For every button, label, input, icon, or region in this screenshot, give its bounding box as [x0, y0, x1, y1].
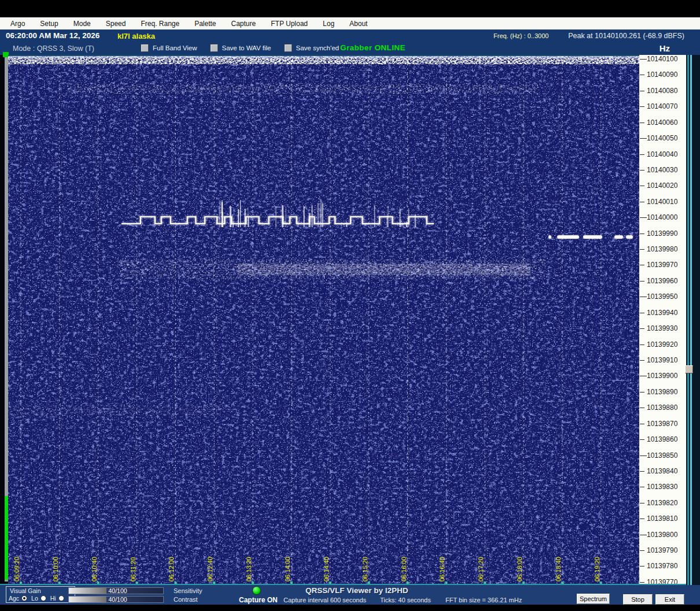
contrast-slider-fill — [69, 597, 106, 602]
time-axis-label: 06:15:20 — [362, 557, 369, 582]
freq-tick — [640, 487, 644, 487]
menu-item-speed[interactable]: Speed — [106, 20, 126, 28]
freq-axis-label: 10139780 — [647, 562, 677, 570]
menu-item-setup[interactable]: Setup — [40, 20, 58, 28]
time-axis-label: 06:13:20 — [245, 557, 252, 582]
freq-axis-label: 10139910 — [647, 356, 677, 364]
freq-tick — [640, 123, 644, 123]
freq-tick — [640, 535, 647, 535]
checkbox-icon[interactable] — [284, 44, 292, 52]
freq-axis-label: 10140070 — [647, 102, 677, 110]
freq-axis-unit: Hz — [660, 43, 670, 53]
spectrum-button[interactable]: Spectrum — [577, 594, 610, 604]
freq-axis-label: 10139810 — [647, 514, 677, 523]
freq-tick — [640, 217, 647, 218]
checkbox-label: Save synch'ed — [296, 45, 339, 51]
menu-item-freq-range[interactable]: Freq. Range — [141, 20, 179, 28]
freq-axis-label: 10139990 — [647, 229, 677, 238]
radio-icon[interactable] — [40, 595, 46, 601]
menu-item-ftp-upload[interactable]: FTP Upload — [271, 20, 308, 28]
freq-tick — [640, 550, 644, 551]
radio-icon[interactable] — [58, 595, 64, 601]
frequency-scale: 1014010010140090101400801014007010140060… — [639, 55, 686, 585]
menu-item-argo[interactable]: Argo — [10, 20, 25, 28]
freq-axis-label: 10140000 — [647, 213, 677, 221]
freq-axis-label: 10140040 — [647, 150, 677, 158]
contrast-slider[interactable]: 40/100 — [68, 596, 164, 603]
checkbox-label: Save to WAV file — [222, 45, 271, 51]
freq-tick — [640, 170, 644, 171]
freq-tick — [640, 439, 644, 440]
scrollbar-thumb[interactable] — [685, 365, 693, 373]
contrast-value: 40/100 — [108, 597, 127, 603]
ticks-info: Ticks: 40 seconds — [380, 597, 431, 603]
grabber-status: Grabber ONLINE — [340, 43, 406, 52]
radio-icon[interactable] — [21, 595, 27, 601]
freq-axis-label: 10139940 — [647, 309, 677, 317]
radio-label: Hi — [50, 595, 56, 602]
exit-button[interactable]: Exit — [655, 594, 684, 605]
time-axis-label: 06:14:40 — [323, 557, 330, 582]
freq-tick — [640, 234, 644, 234]
app-title: QRSS/VLF Viewer by I2PHD — [305, 586, 408, 595]
stop-button[interactable]: Stop — [623, 594, 653, 605]
menu-bar: ArgoSetupModeSpeedFreq. RangePaletteCapt… — [0, 17, 700, 29]
freq-tick — [640, 265, 644, 265]
checkbox-full-band-view[interactable]: Full Band View — [141, 44, 197, 52]
freq-tick — [640, 91, 644, 91]
visual-gain-options: AgcLoHi — [9, 595, 64, 602]
freq-axis-label: 10139890 — [647, 388, 677, 396]
freq-tick — [640, 376, 647, 376]
time-axis-label: 06:09:20 — [13, 557, 20, 582]
menu-item-palette[interactable]: Palette — [194, 20, 216, 28]
visual-gain-title: Visual Gain — [10, 587, 41, 594]
sensitivity-slider-fill — [69, 588, 106, 594]
checkbox-save-to-wav-file[interactable]: Save to WAV file — [210, 44, 271, 52]
radio-label: Lo — [31, 595, 38, 602]
time-axis-label: 06:16:00 — [400, 557, 407, 582]
peak-readout: Peak at 10140100.261 (-68.9 dBFS) — [568, 32, 684, 40]
menu-item-about[interactable]: About — [349, 20, 367, 28]
freq-axis-label: 10139850 — [647, 451, 677, 460]
freq-tick — [640, 297, 647, 297]
status-bar: Visual Gain AgcLoHi 40/100 40/100 Sensit… — [0, 585, 700, 605]
freq-tick — [640, 408, 644, 408]
menu-item-log[interactable]: Log — [323, 20, 334, 28]
bottom-black-strip — [0, 605, 700, 611]
freq-tick — [640, 519, 644, 519]
sensitivity-slider[interactable]: 40/100 — [68, 587, 164, 594]
freq-axis-label: 10140020 — [647, 182, 677, 190]
time-axis-label: 06:14:00 — [284, 557, 291, 582]
freq-tick — [640, 313, 644, 313]
contrast-label: Contrast — [174, 596, 198, 603]
mode-label: Mode : QRSS 3, Slow (T) — [13, 45, 94, 53]
checkbox-save-synch-ed[interactable]: Save synch'ed — [284, 44, 339, 52]
time-axis-label: 06:18:40 — [555, 557, 562, 582]
freq-tick — [640, 345, 644, 345]
visual-gain-option-lo[interactable]: Lo — [31, 595, 46, 602]
waterfall-display[interactable]: 06:09:2006:10:0006:10:4006:11:2006:12:00… — [8, 55, 639, 585]
freq-tick — [640, 249, 644, 250]
menu-item-mode[interactable]: Mode — [73, 20, 91, 28]
freq-tick — [640, 59, 647, 60]
freq-tick — [640, 471, 644, 472]
freq-axis-label: 10139870 — [647, 420, 677, 428]
visual-gain-option-agc[interactable]: Agc — [9, 595, 27, 602]
freq-axis-label: 10140090 — [647, 71, 677, 79]
checkbox-icon[interactable] — [141, 44, 149, 52]
freq-axis-label: 10139930 — [647, 324, 677, 332]
freq-axis-label: 10139880 — [647, 403, 677, 412]
freq-tick — [640, 202, 644, 202]
freq-tick — [640, 281, 644, 282]
time-axis-label: 06:11:20 — [130, 557, 137, 582]
freq-tick — [640, 154, 644, 155]
freq-tick — [640, 424, 644, 424]
time-axis-label: 06:16:40 — [439, 557, 445, 582]
freq-tick — [640, 75, 644, 75]
freq-axis-label: 10140060 — [647, 119, 677, 127]
fft-bin-info: FFT bin size = 366.21 mHz — [445, 597, 522, 603]
menu-item-capture[interactable]: Capture — [231, 20, 256, 28]
checkbox-icon[interactable] — [210, 44, 218, 52]
visual-gain-option-hi[interactable]: Hi — [50, 595, 64, 602]
freq-tick — [640, 566, 644, 566]
